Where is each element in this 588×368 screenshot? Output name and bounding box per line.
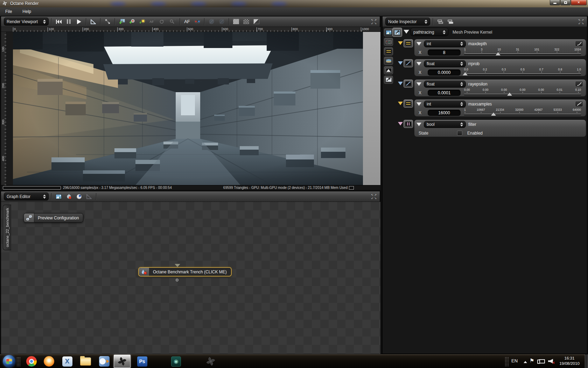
maximize-button[interactable]: [560, 0, 570, 5]
image-icon[interactable]: [384, 28, 393, 36]
anaglyph-icon[interactable]: [193, 18, 202, 26]
slider-track[interactable]: [464, 94, 581, 95]
bool-node-button[interactable]: [404, 120, 413, 128]
param-slider[interactable]: 1310311013221024: [464, 48, 581, 57]
clock[interactable]: 16:31 19/08/2010: [556, 356, 582, 366]
material-ball-icon[interactable]: [207, 18, 216, 26]
close-button[interactable]: ✕: [571, 0, 587, 5]
chrome-icon[interactable]: [26, 356, 37, 367]
menu-help[interactable]: Help: [17, 7, 36, 16]
float-node-button[interactable]: [404, 80, 413, 88]
maximize-panel-icon[interactable]: ↖↗↙↘: [371, 19, 377, 25]
param-type-dropdown[interactable]: float: [424, 60, 466, 67]
graph-tab-octane-22-benchmark[interactable]: octane_22_benchmark: [3, 205, 11, 250]
zoom-lock-icon[interactable]: ↑: [168, 18, 177, 26]
x-app-icon[interactable]: X: [62, 356, 73, 367]
slider-track[interactable]: [464, 74, 581, 75]
action-center-icon[interactable]: ⚑: [530, 357, 534, 364]
af-icon[interactable]: AF: [183, 18, 191, 26]
collapse-param-icon[interactable]: [416, 123, 421, 126]
save-render-state-icon[interactable]: [128, 18, 136, 26]
param-slider[interactable]: 1106672133432000426675333364000: [464, 108, 581, 117]
daylight-icon[interactable]: [138, 18, 147, 26]
octane-render-taskbar-icon[interactable]: [114, 355, 131, 368]
photoshop-icon[interactable]: Ps: [136, 356, 148, 367]
collapse-param-icon[interactable]: [416, 62, 421, 66]
postprocess-icon[interactable]: [384, 76, 393, 84]
pin-int-icon[interactable]: [398, 41, 403, 45]
minimize-button[interactable]: [550, 0, 560, 5]
restart-render-icon[interactable]: [54, 18, 63, 26]
kernel-node-icon[interactable]: [392, 28, 402, 37]
param-type-dropdown[interactable]: float: [424, 81, 466, 88]
slider-handle[interactable]: [496, 52, 500, 55]
panel-selector-dropdown[interactable]: Render Viewport: [4, 18, 49, 26]
delete-node-icon[interactable]: [85, 192, 93, 201]
param-type-dropdown[interactable]: int: [424, 40, 466, 47]
param-type-dropdown[interactable]: int: [424, 101, 466, 108]
node-input-connector[interactable]: [175, 264, 180, 267]
kernel-icon[interactable]: [384, 47, 393, 55]
slider-track[interactable]: [464, 114, 581, 115]
collapse-param-icon[interactable]: [416, 42, 421, 46]
network-icon[interactable]: [539, 359, 545, 363]
collapse-param-icon[interactable]: [416, 102, 421, 106]
imager-icon[interactable]: [384, 66, 393, 74]
camera-icon[interactable]: [384, 38, 393, 46]
graph-canvas[interactable]: octane_22_benchmark Preview Configuratio…: [1, 202, 380, 354]
set-square-icon[interactable]: [89, 18, 98, 26]
collapse-nodes-icon[interactable]: [436, 18, 444, 26]
add-material-node-icon[interactable]: [64, 192, 73, 201]
collapse-param-icon[interactable]: [416, 82, 421, 86]
language-indicator[interactable]: EN: [511, 358, 518, 363]
collapse-node-icon[interactable]: [404, 30, 409, 34]
slider-handle[interactable]: [463, 72, 468, 75]
split-compare-icon[interactable]: [252, 18, 261, 26]
pin-int-icon[interactable]: [398, 102, 403, 105]
log-scale-icon[interactable]: [575, 81, 583, 87]
film-grain-icon[interactable]: [232, 18, 240, 26]
fit-view-icon[interactable]: [103, 18, 112, 26]
render-image[interactable]: [13, 32, 363, 185]
slider-handle[interactable]: [507, 93, 512, 96]
node-octane-benchmark-trench[interactable]: Octane Benchmark Trench (CLICK ME): [138, 267, 232, 277]
maximize-panel-icon[interactable]: ↖↗↙↘: [578, 19, 584, 25]
pin-float-icon[interactable]: [398, 61, 403, 65]
param-slider[interactable]: 0.00.20.30.50.70.81.0: [464, 68, 581, 77]
panel-selector-dropdown[interactable]: Node Inspector: [385, 18, 430, 26]
pause-render-icon[interactable]: [64, 18, 73, 26]
af-lock-icon[interactable]: AF↑: [148, 18, 157, 26]
value-field[interactable]: 0.0001: [428, 90, 461, 96]
maximize-panel-icon[interactable]: ↖↗↙↘: [371, 193, 377, 200]
show-desktop-button[interactable]: [585, 354, 588, 368]
filter-enabled-checkbox[interactable]: [457, 130, 462, 136]
int-node-button[interactable]: [404, 39, 413, 47]
pin-bool-icon[interactable]: [398, 122, 403, 125]
linear-scale-icon[interactable]: [575, 101, 583, 107]
param-slider[interactable]: 0.000.000.000.000.000.010.10: [464, 88, 581, 97]
save-image-icon[interactable]: [118, 18, 126, 26]
pin-float-icon[interactable]: [398, 82, 403, 85]
material-ball-alt-icon[interactable]: [217, 18, 226, 26]
slider-track[interactable]: [464, 54, 581, 55]
menu-file[interactable]: File: [0, 7, 17, 16]
explorer-icon[interactable]: [80, 356, 91, 367]
environment-icon[interactable]: [384, 57, 393, 65]
node-preview-configuration[interactable]: Preview Configuration: [23, 213, 83, 223]
value-field[interactable]: 8: [428, 49, 461, 56]
checker-background-icon[interactable]: [242, 18, 251, 26]
title-bar[interactable]: Octane Render ✕: [0, 0, 588, 7]
start-render-icon[interactable]: [75, 18, 83, 26]
param-type-dropdown[interactable]: bool: [424, 121, 466, 128]
add-texture-node-icon[interactable]: [75, 192, 83, 201]
teal-app-icon[interactable]: ◉: [170, 356, 182, 367]
log-scale-icon[interactable]: [575, 41, 583, 47]
node-output-connector[interactable]: [176, 279, 178, 281]
value-field[interactable]: 0.0000: [428, 69, 461, 76]
media-player-icon[interactable]: [99, 356, 110, 367]
slider-handle[interactable]: [491, 113, 496, 116]
octane-shortcut-icon[interactable]: [205, 356, 216, 367]
node-type-dropdown[interactable]: pathtracing: [411, 28, 448, 36]
expand-nodes-icon[interactable]: [446, 18, 455, 26]
start-button[interactable]: [3, 355, 15, 368]
